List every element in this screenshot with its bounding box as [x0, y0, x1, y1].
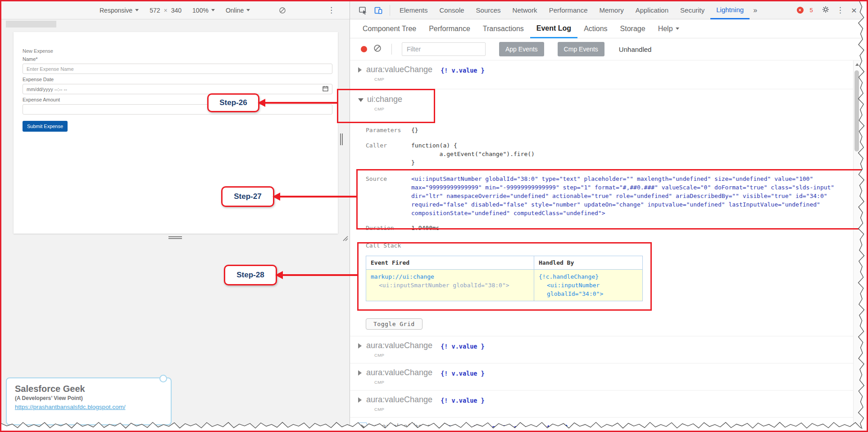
subtab-performance[interactable]: Performance	[423, 19, 477, 38]
tab-application[interactable]: Application	[630, 1, 674, 19]
toggle-grid-button[interactable]: Toggle Grid	[366, 318, 423, 330]
tab-network[interactable]: Network	[507, 1, 543, 19]
devtools-menu-icon[interactable]: ⋮	[834, 5, 847, 15]
device-toolbar-menu-icon[interactable]: ⋮	[325, 5, 338, 15]
chevron-collapsed-icon[interactable]	[358, 67, 362, 73]
tab-memory[interactable]: Memory	[594, 1, 630, 19]
app-events-button[interactable]: App Events	[499, 42, 544, 56]
expense-name-input[interactable]	[23, 64, 332, 74]
clear-log-icon[interactable]	[373, 44, 382, 54]
inspect-element-icon[interactable]	[355, 6, 371, 15]
devtools-pane: Elements Console Sources Network Perform…	[350, 1, 867, 431]
network-status-label: Online	[226, 7, 244, 14]
expense-amount-input[interactable]	[23, 104, 332, 115]
handler-link[interactable]: {!c.handleChange}	[539, 272, 638, 281]
watermark-link[interactable]: https://prashantbansalsfdc.blogspot.com/	[15, 404, 125, 410]
toolbar-separator	[390, 5, 390, 16]
no-throttling-icon[interactable]	[279, 7, 286, 14]
annotation-step-26: Step-26	[207, 93, 259, 112]
scrollbar-thumb[interactable]	[854, 70, 859, 152]
submit-expense-button[interactable]: Submit Expense	[23, 121, 68, 132]
tab-security[interactable]: Security	[674, 1, 710, 19]
chevron-collapsed-icon[interactable]	[358, 370, 362, 376]
chevron-collapsed-icon	[361, 424, 365, 430]
callstack-label: Call Stack	[366, 241, 411, 250]
annotation-arrow-head	[258, 99, 265, 107]
caller-value: function(a) { a.getEvent("change").fire(…	[411, 141, 535, 167]
device-toolbar: Responsive 572 × 340 100% Online ⋮	[1, 1, 350, 19]
event-row[interactable]: aura:valueChange {! v.value } CMP	[350, 60, 867, 89]
handler-component-link[interactable]: <ui:inputNumber globalId="34:0">	[539, 281, 638, 298]
event-row[interactable]: aura:valueChange {! v.value } CMP	[350, 336, 867, 363]
event-expression: {! v.value }	[441, 370, 485, 377]
tab-performance[interactable]: Performance	[543, 1, 594, 19]
subtab-event-log[interactable]: Event Log	[530, 19, 577, 38]
zoom-dropdown[interactable]: 100%	[192, 7, 215, 14]
filter-input[interactable]	[402, 42, 486, 56]
calendar-icon[interactable]	[323, 85, 328, 93]
callstack-row: markup://ui:change <ui:inputSmartNumber …	[366, 270, 643, 301]
settings-gear-icon[interactable]	[822, 6, 829, 14]
record-toggle-icon[interactable]	[361, 46, 367, 52]
expense-date-input[interactable]: mm/dd/yyyy --:-- --	[23, 84, 332, 94]
tab-console[interactable]: Console	[434, 1, 470, 19]
scroll-up-icon[interactable]	[855, 63, 859, 66]
event-name: ui:change	[367, 95, 402, 104]
subtab-storage[interactable]: Storage	[614, 19, 652, 38]
devtools-main-tabbar: Elements Console Sources Network Perform…	[350, 1, 867, 19]
annotation-arrow-line	[280, 196, 356, 198]
focused-chevron-box[interactable]	[358, 423, 367, 431]
viewport-resize-handle-bottom[interactable]	[168, 236, 182, 239]
viewport-resize-handle-corner[interactable]	[342, 235, 348, 243]
subtab-help[interactable]: Help	[652, 19, 686, 38]
caller-label: Caller	[366, 141, 411, 167]
subtab-transactions[interactable]: Transactions	[477, 19, 530, 38]
event-badge: CMP	[374, 353, 867, 358]
device-mode-dropdown[interactable]: Responsive	[100, 7, 139, 14]
date-field-label: Expense Date	[23, 77, 329, 82]
chevron-expanded-icon[interactable]	[358, 98, 364, 102]
throttling-dropdown[interactable]: Online	[226, 7, 250, 14]
screenshot-root: Responsive 572 × 340 100% Online ⋮	[0, 0, 868, 432]
fired-event-link[interactable]: markup://ui:change	[371, 272, 529, 281]
viewport-resize-handle-right[interactable]	[340, 133, 343, 145]
subtab-actions[interactable]: Actions	[577, 19, 614, 38]
event-badge: CMP	[374, 77, 867, 82]
cmp-events-button[interactable]: Cmp Events	[558, 42, 604, 56]
more-tabs-chevron[interactable]: »	[750, 1, 761, 19]
tab-lightning[interactable]: Lightning	[710, 1, 750, 19]
tab-elements[interactable]: Elements	[394, 1, 434, 19]
device-emulation-pane: Responsive 572 × 340 100% Online ⋮	[1, 1, 350, 431]
chevron-collapsed-icon[interactable]	[358, 397, 362, 403]
viewport-top-strip	[6, 21, 56, 28]
scrollbar[interactable]	[853, 60, 860, 423]
chevron-down-icon	[676, 28, 679, 30]
source-label: Source	[366, 175, 411, 217]
error-count[interactable]: 5	[810, 7, 813, 14]
device-toolbar-toggle-icon[interactable]	[371, 6, 386, 15]
annotation-arrow-line	[282, 274, 357, 276]
device-mode-label: Responsive	[100, 7, 132, 14]
parameters-value: {}	[411, 126, 418, 134]
event-row[interactable]: aura:valueChange {! v.value } CMP	[350, 391, 867, 418]
tab-sources[interactable]: Sources	[470, 1, 507, 19]
chevron-down-icon	[135, 9, 139, 11]
subtab-component-tree[interactable]: Component Tree	[356, 19, 423, 38]
viewport-dimensions: 572 × 340	[150, 7, 182, 14]
viewport-height-field[interactable]: 340	[171, 7, 182, 14]
annotation-arrow-head	[273, 193, 280, 201]
viewport-width-field[interactable]: 572	[150, 7, 160, 14]
annotation-arrow-line	[265, 102, 337, 104]
error-badge-icon[interactable]: ×	[797, 7, 804, 14]
event-row-partial[interactable]: aura:valueChange {! v.newExpense.Expense…	[350, 418, 867, 431]
emulated-viewport-area: New Expense Name* Expense Date mm/dd/yyy…	[1, 19, 350, 431]
close-devtools-icon[interactable]: ×	[851, 5, 857, 15]
event-row[interactable]: aura:valueChange {! v.value } CMP	[350, 363, 867, 391]
chevron-collapsed-icon[interactable]	[358, 343, 362, 349]
unhandled-toggle[interactable]: Unhandled	[619, 46, 652, 53]
watermark-card: Salesforce Geek (A Developers’ View Poin…	[6, 377, 172, 425]
parameters-label: Parameters	[366, 126, 411, 134]
event-row-ui-change[interactable]: ui:change CMP	[350, 89, 867, 120]
card-title: New Expense	[23, 48, 329, 54]
chevron-down-icon	[211, 9, 215, 11]
